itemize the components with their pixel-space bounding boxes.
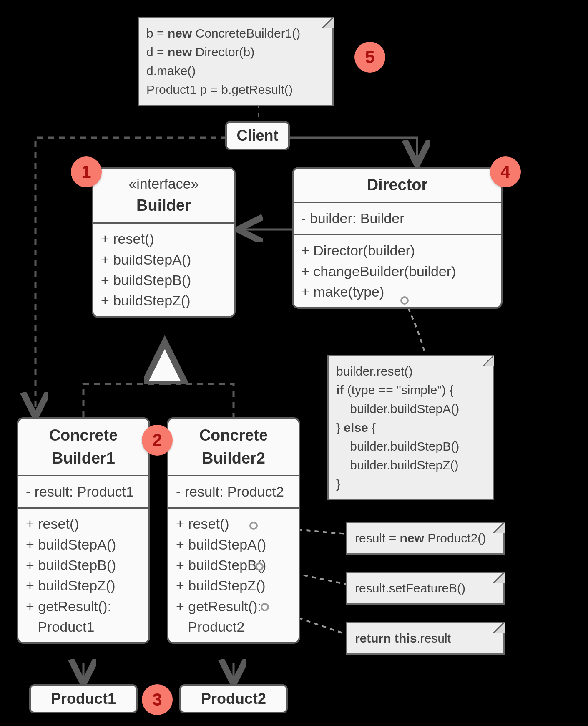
note-getresult: return this.result [346, 622, 505, 655]
badge-3: 3 [142, 684, 173, 715]
client-box: Client [225, 121, 290, 150]
cb2-methods: + reset() + buildStepA() + buildStepB() … [168, 509, 299, 642]
link-dot-make [400, 296, 409, 305]
product1-box: Product1 [29, 684, 138, 713]
note-stepb: result.setFeatureB() [346, 572, 505, 605]
note-reset: result = new Product2() [346, 522, 505, 555]
badge-1: 1 [71, 156, 102, 187]
cb2-attrs: - result: Product2 [168, 476, 299, 509]
concrete-builder2-box: Concrete Builder2 - result: Product2 + r… [167, 417, 300, 644]
builder-title: Builder [101, 194, 226, 217]
note-client-code: b = new ConcreteBuilder1() d = new Direc… [138, 17, 334, 106]
badge-5: 5 [354, 42, 385, 73]
director-title: Director [301, 174, 493, 197]
product2-box: Product2 [179, 684, 288, 713]
builder-methods: + reset() + buildStepA() + buildStepB() … [93, 224, 234, 316]
badge-2: 2 [142, 425, 173, 456]
cb1-attrs: - result: Product1 [18, 476, 148, 509]
director-attrs: - builder: Builder [294, 203, 501, 235]
cb1-title-line1: Concrete [26, 424, 141, 447]
link-dot-stepb [255, 562, 264, 571]
cb2-title-line1: Concrete [176, 424, 291, 447]
builder-stereotype: «interface» [101, 174, 226, 194]
director-box: Director - builder: Builder + Director(b… [292, 167, 503, 309]
cb1-title-line2: Builder1 [26, 447, 141, 470]
badge-4: 4 [490, 156, 521, 187]
cb2-title-line2: Builder2 [176, 447, 291, 470]
director-methods: + Director(builder) + changeBuilder(buil… [294, 235, 501, 307]
cb1-methods: + reset() + buildStepA() + buildStepB() … [18, 509, 148, 642]
builder-interface-box: «interface» Builder + reset() + buildSte… [92, 167, 236, 318]
note-make-body: builder.reset() if (type == "simple") { … [327, 355, 494, 500]
concrete-builder1-box: Concrete Builder1 - result: Product1 + r… [17, 417, 150, 644]
link-dot-getresult [261, 603, 269, 611]
link-dot-reset [249, 522, 258, 530]
